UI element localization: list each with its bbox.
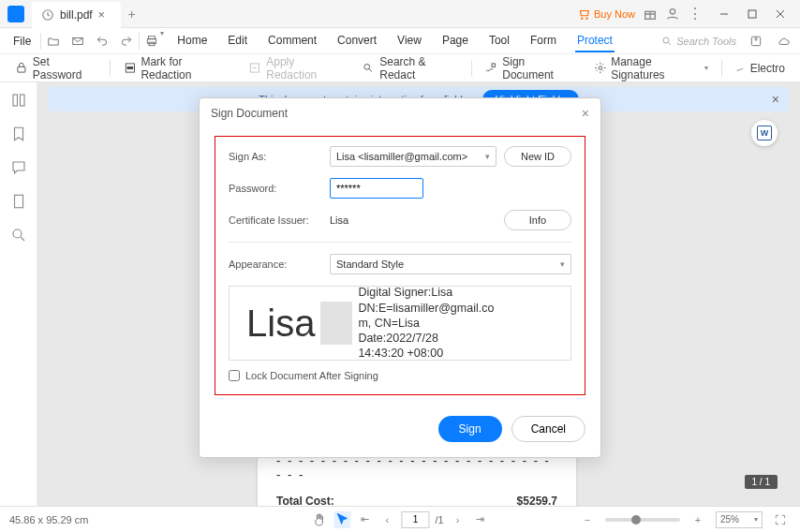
fullscreen-icon[interactable] (772, 511, 789, 528)
redo-icon[interactable] (114, 29, 139, 53)
tab-comment[interactable]: Comment (266, 30, 319, 52)
tab-page[interactable]: Page (440, 30, 470, 52)
info-button[interactable]: Info (504, 210, 571, 230)
sign-document-button[interactable]: Sign Document (477, 52, 580, 84)
zoom-out-icon[interactable]: − (579, 511, 596, 528)
electronic-sign-button[interactable]: Electro (728, 58, 793, 78)
chevron-down-icon: ▾ (485, 152, 490, 161)
prev-page-icon[interactable]: ‹ (378, 511, 395, 528)
svg-rect-25 (20, 95, 24, 106)
first-page-icon[interactable]: ⇤ (356, 511, 373, 528)
page-number-input[interactable] (401, 511, 429, 528)
pdf-icon (41, 8, 54, 22)
left-rail (0, 82, 37, 506)
total-label: Total Cost: (276, 495, 334, 506)
last-page-icon[interactable]: ⇥ (472, 511, 489, 528)
search-tools[interactable]: Search Tools (661, 36, 736, 47)
svg-point-1 (582, 18, 583, 19)
word-export-icon[interactable]: W (751, 120, 778, 146)
appearance-label: Appearance: (229, 259, 322, 270)
tab-edit[interactable]: Edit (226, 30, 249, 52)
statusbar: 45.86 x 95.29 cm ⇤ ‹ /1 › ⇥ − + 25% ▾ (0, 506, 800, 532)
attachment-icon[interactable] (10, 193, 27, 210)
open-icon[interactable] (41, 29, 66, 53)
file-menu[interactable]: File (4, 35, 40, 48)
lock-document-checkbox[interactable] (229, 370, 240, 381)
kebab-menu-icon[interactable]: ⋮ (688, 5, 703, 22)
svg-rect-16 (18, 66, 25, 72)
issuer-value: Lisa (330, 214, 496, 226)
svg-point-13 (663, 37, 669, 43)
gift-icon[interactable] (643, 7, 658, 22)
page-dimensions: 45.86 x 95.29 cm (0, 514, 88, 525)
app-logo (0, 0, 32, 28)
signature-name: Lisa (246, 303, 315, 345)
manage-signatures-button[interactable]: Manage Signatures ▾ (586, 52, 717, 84)
share-icon[interactable] (744, 29, 768, 53)
zoom-in-icon[interactable]: + (689, 511, 706, 528)
document-tab[interactable]: bill.pdf × (32, 2, 121, 28)
next-page-icon[interactable]: › (450, 511, 467, 528)
close-window-button[interactable] (766, 2, 794, 26)
svg-point-23 (599, 66, 601, 69)
svg-rect-12 (149, 42, 155, 46)
cancel-button[interactable]: Cancel (511, 416, 585, 442)
search-redact-button[interactable]: Search & Redact (354, 52, 465, 84)
close-tab-icon[interactable]: × (98, 8, 111, 22)
watermark-block (320, 302, 352, 345)
svg-rect-18 (127, 66, 133, 68)
tab-convert[interactable]: Convert (335, 30, 378, 52)
svg-point-4 (670, 8, 674, 13)
titlebar: bill.pdf × + Buy Now ⋮ (0, 0, 800, 28)
zoom-select[interactable]: 25% ▾ (716, 511, 763, 528)
total-value: $5259.7 (517, 495, 557, 506)
select-tool-icon[interactable] (333, 511, 350, 528)
password-label: Password: (229, 183, 322, 194)
new-id-button[interactable]: New ID (504, 146, 571, 167)
tab-form[interactable]: Form (528, 30, 558, 52)
minimize-button[interactable] (710, 2, 738, 26)
comment-icon[interactable] (10, 159, 27, 176)
certificate-issuer-label: Certificate Issuer: (229, 214, 322, 226)
add-tab-button[interactable]: + (121, 7, 143, 22)
signature-preview: Lisa Digital Signer:Lisa DN:E=lisamiller… (229, 286, 571, 361)
svg-point-27 (13, 229, 22, 238)
set-password-button[interactable]: Set Password (7, 52, 104, 84)
buy-now-link[interactable]: Buy Now (577, 7, 635, 21)
bookmark-icon[interactable] (10, 126, 27, 142)
sign-document-dialog: Sign Document × Sign As: Lisa <lisamille… (199, 97, 601, 458)
cloud-icon[interactable] (772, 29, 796, 53)
page-badge: 1 / 1 (745, 475, 778, 489)
tab-home[interactable]: Home (175, 30, 209, 52)
sign-button[interactable]: Sign (438, 416, 502, 442)
password-input[interactable] (330, 178, 423, 199)
dialog-close-icon[interactable]: × (582, 106, 589, 121)
tab-protect[interactable]: Protect (575, 30, 615, 52)
menubar: File ▾ Home Edit Comment Convert View Pa… (0, 28, 800, 54)
svg-line-14 (669, 42, 672, 45)
svg-point-2 (586, 18, 587, 19)
undo-icon[interactable] (90, 29, 114, 53)
chevron-down-icon: ▾ (560, 259, 565, 269)
svg-rect-6 (748, 10, 756, 18)
thumbnails-icon[interactable] (10, 92, 27, 109)
appearance-select[interactable]: Standard Style ▾ (330, 254, 571, 274)
user-icon[interactable] (665, 7, 680, 22)
tab-view[interactable]: View (395, 30, 423, 52)
svg-rect-24 (13, 95, 18, 106)
svg-rect-22 (492, 64, 495, 66)
maximize-button[interactable] (738, 2, 766, 26)
banner-close-icon[interactable]: × (772, 92, 779, 107)
tab-tool[interactable]: Tool (487, 30, 511, 52)
menu-tabs: Home Edit Comment Convert View Page Tool… (175, 30, 615, 52)
svg-rect-26 (14, 195, 22, 208)
sign-as-select[interactable]: Lisa <lisamiller@gmail.com> ▾ (330, 146, 496, 167)
hand-tool-icon[interactable] (311, 511, 328, 528)
svg-point-20 (364, 64, 370, 69)
search-rail-icon[interactable] (10, 227, 27, 244)
mark-redaction-button[interactable]: Mark for Redaction (116, 52, 236, 84)
toolbar: Set Password Mark for Redaction Apply Re… (0, 54, 800, 82)
zoom-slider[interactable] (605, 518, 680, 522)
svg-line-28 (21, 237, 24, 241)
mail-icon[interactable] (66, 29, 90, 53)
